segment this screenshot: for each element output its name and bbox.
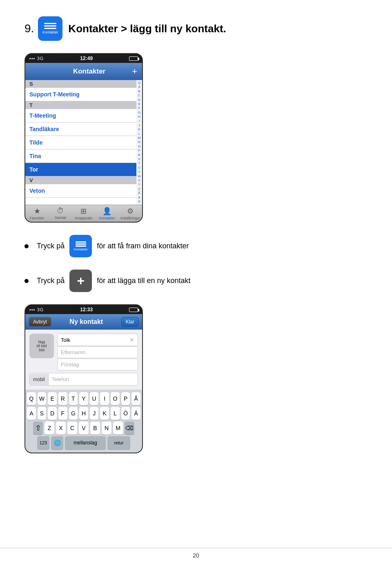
page-footer: 20 (0, 548, 392, 559)
key-y[interactable]: Y (79, 392, 88, 405)
key-o[interactable]: O (111, 392, 120, 405)
photo-label-2: till bild (36, 344, 47, 348)
bullet-text-1b: för att få fram dina kontakter (97, 242, 189, 250)
contacts-icon: 👤 (102, 207, 111, 216)
contact-item-tor[interactable]: Tor (25, 163, 136, 176)
key-l[interactable]: L (111, 407, 120, 420)
contact-item[interactable]: Tina (25, 149, 136, 163)
index-bar[interactable]: QABCD EFGHI JKLMN OPRST UVWXY ZÅÄÖ (136, 80, 142, 205)
key-row-4: 123 🌐 mellanslag retur (27, 436, 140, 449)
nav-title-1: Kontakter (73, 67, 105, 76)
contacts-main: S Support T-Meeting T T-Meeting Tandläka… (25, 80, 136, 205)
step-number: 9. (24, 22, 34, 35)
backspace-key[interactable]: ⌫ (125, 422, 134, 435)
key-f[interactable]: F (58, 407, 67, 420)
phone-placeholder: Telefon (52, 376, 69, 382)
key-c[interactable]: C (67, 422, 77, 435)
firstname-value: Tolk (61, 337, 70, 343)
lastname-field[interactable]: Efternamn (57, 346, 138, 358)
keyboard: Q W E R T Y U I O P Å A S D F G H J (25, 390, 142, 453)
company-placeholder: Företag (61, 361, 79, 368)
key-b[interactable]: B (90, 422, 100, 435)
tab-label: Favoriter (30, 216, 45, 220)
key-k[interactable]: K (100, 407, 109, 420)
key-aa[interactable]: Å (131, 392, 140, 405)
key-z[interactable]: Z (45, 422, 54, 435)
key-g[interactable]: G (69, 407, 78, 420)
contact-item[interactable]: Veton (25, 184, 136, 198)
key-q[interactable]: Q (27, 392, 36, 405)
key-row-3: ⇧ Z X C V B N M ⌫ (27, 422, 140, 435)
section-header-t: T (25, 101, 136, 109)
key-w[interactable]: W (38, 392, 47, 405)
signal-1: ▪▪▪ 3G (29, 56, 44, 61)
key-j[interactable]: J (90, 407, 99, 420)
bullet-text-2a: Tryck på (37, 277, 65, 285)
star-icon: ★ (34, 207, 40, 216)
clear-button[interactable]: ✕ (129, 337, 134, 343)
phone-input[interactable]: Telefon (49, 373, 138, 385)
key-m[interactable]: M (113, 422, 123, 435)
shift-key[interactable]: ⇧ (33, 422, 43, 435)
key-x[interactable]: X (56, 422, 66, 435)
cancel-button[interactable]: Avbryt (29, 317, 51, 327)
inline-plus-icon: + (69, 270, 92, 292)
bullet-item-2: Tryck på + för att lägga till en ny kont… (24, 270, 368, 292)
contact-item[interactable]: T-Meeting (25, 109, 136, 123)
key-a[interactable]: A (27, 407, 36, 420)
key-n[interactable]: N (102, 422, 111, 435)
tab-label: Kontakter (99, 216, 115, 220)
contact-item[interactable]: Tilde (25, 136, 136, 149)
nav-plus-1[interactable]: + (132, 66, 137, 77)
key-e[interactable]: E (48, 392, 57, 405)
space-key[interactable]: mellanslag (65, 436, 106, 449)
return-key[interactable]: retur (107, 436, 130, 449)
add-photo-button[interactable]: lägg till bild bild (29, 334, 54, 358)
key-oe[interactable]: Ö (121, 407, 130, 420)
firstname-field[interactable]: Tolk ✕ (57, 334, 138, 346)
globe-key[interactable]: 🌐 (51, 436, 63, 449)
key-s[interactable]: S (38, 407, 47, 420)
tab-kontakter[interactable]: 👤 Kontakter (96, 207, 118, 220)
photo-label-1: lägg (38, 340, 45, 344)
tab-installningar[interactable]: ⚙ Inställningar (119, 207, 142, 220)
done-button[interactable]: Klar (121, 317, 139, 327)
key-ae[interactable]: Ä (131, 407, 140, 420)
bullet-section: Tryck på Kontakter för att få fram dina … (24, 235, 368, 292)
photo-name-row: lägg till bild bild Tolk ✕ Efternamn För… (29, 334, 138, 370)
key-v[interactable]: V (79, 422, 89, 435)
key-r[interactable]: R (58, 392, 67, 405)
numeric-key[interactable]: 123 (37, 436, 49, 449)
tab-label: Inställningar (120, 216, 140, 220)
inline-kontakter-icon: Kontakter (69, 235, 92, 257)
phone-label: mobil (30, 374, 49, 385)
step-icon-kontakter: Kontakter (38, 16, 62, 41)
tab-samtal[interactable]: ⏱ Samtal (49, 207, 71, 220)
contacts-list: S Support T-Meeting T T-Meeting Tandläka… (25, 80, 142, 205)
tab-knappsats[interactable]: ⊞ Knappsats (72, 207, 95, 220)
header-row: 9. Kontakter Kontakter > lägg till ny ko… (24, 16, 368, 41)
key-h[interactable]: H (79, 407, 88, 420)
status-bar-1: ▪▪▪ 3G 12:49 (25, 54, 142, 63)
key-t[interactable]: T (69, 392, 78, 405)
iphone-mockup-2: ▪▪▪ 3G 12:33 Avbryt Ny kontakt Klar lägg… (24, 304, 143, 453)
section-header-v: V (25, 176, 136, 184)
page-title: Kontakter > lägg till ny kontakt. (68, 22, 226, 35)
tab-label: Samtal (55, 216, 66, 220)
key-i[interactable]: I (100, 392, 109, 405)
bullet-text-1a: Tryck på (37, 242, 65, 250)
key-u[interactable]: U (90, 392, 99, 405)
contact-item[interactable]: Support T-Meeting (25, 88, 136, 101)
contact-item[interactable]: Tandläkare (25, 123, 136, 136)
step-icon-label: Kontakter (42, 30, 58, 34)
company-field[interactable]: Företag (57, 359, 138, 370)
bullet-dot-2 (24, 279, 29, 283)
iphone-mockup-1: ▪▪▪ 3G 12:49 Kontakter + S Support T-Mee… (24, 53, 143, 223)
key-p[interactable]: P (121, 392, 130, 405)
bullet-item-1: Tryck på Kontakter för att få fram dina … (24, 235, 368, 257)
tab-favoriter[interactable]: ★ Favoriter (26, 207, 48, 220)
key-d[interactable]: D (48, 407, 57, 420)
lastname-placeholder: Efternamn (61, 349, 85, 355)
contact-form: lägg till bild bild Tolk ✕ Efternamn För… (25, 330, 142, 390)
page-number: 20 (193, 552, 199, 559)
